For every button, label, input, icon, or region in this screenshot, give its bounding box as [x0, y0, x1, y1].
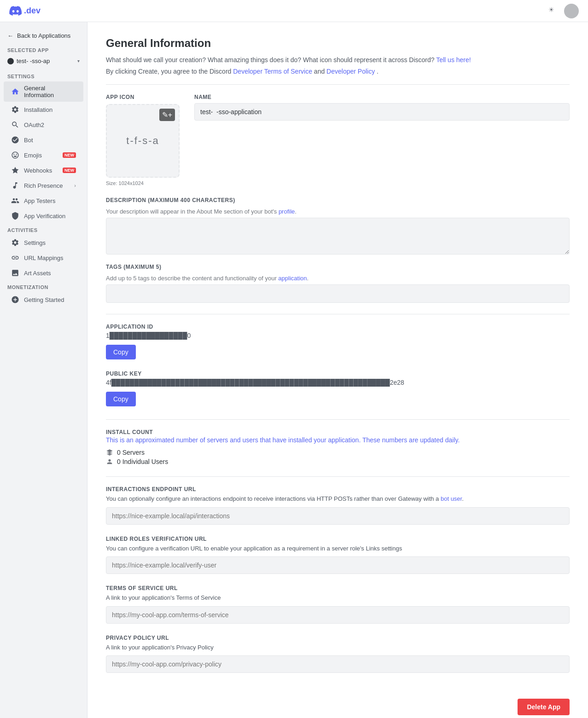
sidebar-item-label: Settings — [24, 239, 46, 246]
privacy-url-label: PRIVACY POLICY URL — [106, 635, 570, 641]
dev-terms-link[interactable]: Developer Terms of Service — [233, 68, 312, 75]
page-layout: ← Back to Applications SELECTED APP test… — [0, 22, 588, 718]
tos-url-group: TERMS OF SERVICE URL A link to your appl… — [106, 585, 570, 624]
name-group: NAME — [194, 94, 570, 121]
sidebar-item-app-testers[interactable]: App Testers — [4, 193, 83, 208]
emojis-icon — [11, 151, 19, 159]
sidebar-item-oauth2[interactable]: OAuth2 — [4, 117, 83, 132]
bot-user-link[interactable]: bot user — [441, 495, 462, 502]
section-divider-4 — [106, 476, 570, 477]
delete-app-button[interactable]: Delete App — [518, 699, 570, 715]
sidebar-item-label: Rich Presence — [24, 182, 63, 189]
app-icon-upload[interactable]: t-f-s-a ✎+ — [106, 104, 180, 178]
back-to-applications[interactable]: ← Back to Applications — [0, 29, 87, 42]
selected-app-label: SELECTED APP — [0, 46, 87, 56]
sidebar-item-label: App Verification — [24, 213, 65, 220]
users-icon — [106, 458, 113, 465]
description-textarea[interactable] — [106, 218, 570, 255]
app-icon-group: APP ICON t-f-s-a ✎+ Size: 1024x1024 — [106, 94, 180, 186]
linked-roles-url-input[interactable] — [106, 556, 570, 574]
settings-icon — [11, 238, 19, 247]
dev-policy-link[interactable]: Developer Policy — [326, 68, 375, 75]
sidebar-item-bot[interactable]: Bot — [4, 133, 83, 147]
interactions-url-group: INTERACTIONS ENDPOINT URL You can option… — [106, 486, 570, 525]
back-label: Back to Applications — [17, 32, 70, 39]
sidebar-item-settings[interactable]: Settings — [4, 235, 83, 250]
sidebar-item-label: Bot — [24, 137, 33, 144]
chevron-right-icon: › — [74, 183, 76, 188]
page-terms-desc: By clicking Create, you agree to the Dis… — [106, 68, 570, 75]
profile-link[interactable]: profile — [279, 208, 295, 215]
tos-url-input[interactable] — [106, 606, 570, 624]
oauth2-icon — [11, 121, 19, 129]
sidebar-item-installation[interactable]: Installation — [4, 102, 83, 117]
logo-text: .dev — [24, 6, 41, 16]
tags-sublabel: Add up to 5 tags to describe the content… — [106, 275, 570, 282]
servers-icon — [106, 449, 113, 456]
section-divider-3 — [106, 419, 570, 420]
section-divider — [106, 84, 570, 85]
application-id-group: APPLICATION ID 1█████████████████0 Copy — [106, 324, 570, 361]
privacy-url-group: PRIVACY POLICY URL A link to your applic… — [106, 635, 570, 673]
tags-group: TAGS (MAXIMUM 5) Add up to 5 tags to des… — [106, 264, 570, 303]
public-key-group: PUBLIC KEY 4f███████████████████████████… — [106, 371, 570, 408]
tell-us-link[interactable]: Tell us here! — [436, 56, 471, 64]
topnav: .dev ☀ — [0, 0, 588, 22]
sidebar-item-rich-presence[interactable]: Rich Presence › — [4, 178, 83, 193]
main-content: General Information What should we call … — [87, 22, 588, 718]
privacy-url-input[interactable] — [106, 655, 570, 673]
interactions-url-desc: You can optionally configure an interact… — [106, 494, 570, 504]
webhooks-icon — [11, 166, 19, 174]
sidebar-item-art-assets[interactable]: Art Assets — [4, 266, 83, 280]
public-key-label: PUBLIC KEY — [106, 371, 570, 377]
theme-toggle-icon[interactable]: ☀ — [548, 6, 559, 16]
icon-name-row: APP ICON t-f-s-a ✎+ Size: 1024x1024 NAME — [106, 94, 570, 186]
sidebar: ← Back to Applications SELECTED APP test… — [0, 22, 87, 718]
sidebar-item-label: Emojis — [24, 152, 42, 159]
sidebar-item-getting-started[interactable]: Getting Started — [4, 292, 83, 307]
tags-input[interactable] — [106, 284, 570, 303]
copy-public-key-button[interactable]: Copy — [106, 392, 136, 406]
activities-label: ACTIVITIES — [0, 224, 87, 235]
application-link[interactable]: application — [278, 275, 307, 282]
public-key-value: 4f██████████████████████████████████████… — [106, 377, 570, 388]
getting-started-icon — [11, 295, 19, 304]
linked-roles-url-desc: You can configure a verification URL to … — [106, 544, 570, 553]
sidebar-item-emojis[interactable]: Emojis NEW — [4, 148, 83, 162]
servers-count-value: 0 Servers — [117, 449, 145, 456]
copy-application-id-button[interactable]: Copy — [106, 345, 136, 359]
install-count-label: INSTALL COUNT — [106, 429, 570, 435]
url-mappings-icon — [11, 254, 19, 262]
art-assets-icon — [11, 269, 19, 277]
users-count-value: 0 Individual Users — [117, 458, 168, 465]
footer-actions: Delete App — [106, 684, 570, 715]
servers-count: 0 Servers — [106, 449, 570, 456]
users-count: 0 Individual Users — [106, 458, 570, 465]
sidebar-item-webhooks[interactable]: Webhooks NEW — [4, 163, 83, 178]
topnav-right: ☀ — [548, 4, 579, 18]
new-badge: NEW — [63, 168, 76, 173]
app-selector[interactable]: test- -sso-ap ▾ — [0, 56, 87, 70]
sidebar-item-label: Art Assets — [24, 270, 51, 277]
app-icon-label: APP ICON — [106, 94, 180, 100]
page-description: What should we call your creation? What … — [106, 55, 570, 65]
tos-url-label: TERMS OF SERVICE URL — [106, 585, 570, 591]
interactions-url-input[interactable] — [106, 507, 570, 525]
home-icon — [11, 87, 19, 96]
sidebar-item-label: App Testers — [24, 197, 55, 204]
tags-label: TAGS (MAXIMUM 5) — [106, 264, 570, 270]
new-badge: NEW — [63, 152, 76, 158]
sidebar-item-label: OAuth2 — [24, 122, 44, 128]
name-input[interactable] — [194, 103, 570, 121]
sidebar-item-app-verification[interactable]: App Verification — [4, 208, 83, 223]
user-avatar[interactable] — [564, 4, 579, 18]
app-icon-edit-icon[interactable]: ✎+ — [159, 109, 175, 121]
sidebar-item-general-information[interactable]: General Information — [4, 81, 83, 102]
description-label: DESCRIPTION (MAXIMUM 400 CHARACTERS) — [106, 197, 570, 203]
app-chevron-icon: ▾ — [77, 58, 80, 64]
page-title: General Information — [106, 37, 570, 50]
sidebar-item-label: Webhooks — [24, 167, 52, 174]
sidebar-item-url-mappings[interactable]: URL Mappings — [4, 250, 83, 265]
app-icon-dot — [7, 58, 14, 64]
sidebar-item-label: URL Mappings — [24, 255, 64, 261]
